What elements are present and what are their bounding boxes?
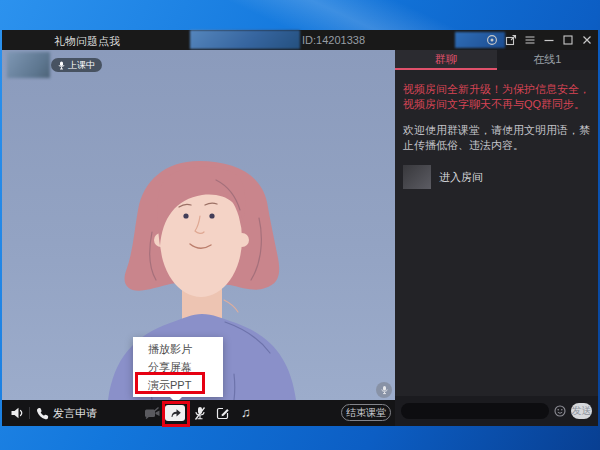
- avatar: [403, 165, 431, 189]
- maximize-icon[interactable]: [562, 34, 574, 46]
- desktop-background: [0, 0, 600, 30]
- menu-icon[interactable]: [524, 34, 536, 46]
- tab-online-list[interactable]: 在线1: [497, 50, 599, 70]
- camera-toggle-button[interactable]: [144, 400, 161, 426]
- mic-indicator-icon: [376, 382, 392, 398]
- chat-input[interactable]: [401, 403, 549, 419]
- speaker-icon: [10, 406, 25, 420]
- end-class-button[interactable]: 结束课堂: [341, 404, 391, 421]
- room-id: ID:14201338: [302, 34, 365, 46]
- speaker-button[interactable]: [10, 400, 25, 426]
- censored-group-name: [190, 30, 300, 49]
- chat-input-bar: 发送: [395, 396, 598, 426]
- menu-item-play-video[interactable]: 播放影片: [133, 340, 223, 358]
- bottom-toolbar: 发言申请 ♫: [2, 400, 395, 426]
- gift-promo-link[interactable]: 礼物问题点我: [54, 34, 120, 49]
- send-button[interactable]: 发送: [571, 403, 592, 419]
- enter-room-label: 进入房间: [439, 170, 483, 185]
- status-badge-label: 上课中: [68, 59, 95, 72]
- status-badge: 上课中: [51, 58, 102, 72]
- music-icon: ♫: [241, 400, 251, 426]
- app-window: 礼物问题点我 ID:14201338: [2, 30, 598, 426]
- sidebar-tabs: 群聊 在线1: [395, 50, 598, 70]
- chat-sidebar: 群聊 在线1 视频房间全新升级！为保护信息安全，视频房间文字聊天不再与QQ群同步…: [395, 50, 598, 426]
- phone-icon: [36, 407, 49, 420]
- title-bar: 礼物问题点我 ID:14201338: [2, 30, 598, 50]
- toolbar-divider: [29, 407, 30, 419]
- enter-room-row[interactable]: 进入房间: [403, 165, 590, 189]
- mic-off-icon: [193, 406, 207, 421]
- close-icon[interactable]: [581, 34, 593, 46]
- popout-icon[interactable]: [505, 34, 517, 46]
- music-button[interactable]: ♫: [241, 400, 251, 426]
- minimize-icon[interactable]: [543, 34, 555, 46]
- camera-off-icon: [144, 406, 161, 420]
- annotation-box-present-ppt-item: [135, 372, 205, 394]
- voice-request-button[interactable]: 发言申请: [36, 400, 97, 426]
- system-notice: 视频房间全新升级！为保护信息安全，视频房间文字聊天不再与QQ群同步。: [403, 82, 590, 112]
- record-icon[interactable]: [486, 34, 498, 46]
- whiteboard-icon: [216, 406, 230, 420]
- voice-request-label: 发言申请: [53, 406, 97, 421]
- badge-mic-icon: [58, 61, 65, 70]
- emoji-button[interactable]: [554, 405, 566, 417]
- chat-messages: 视频房间全新升级！为保护信息安全，视频房间文字聊天不再与QQ群同步。 欢迎使用群…: [395, 70, 598, 396]
- annotation-box-ppt-button: [162, 401, 190, 427]
- welcome-message: 欢迎使用群课堂，请使用文明用语，禁止传播低俗、违法内容。: [403, 123, 590, 153]
- video-stage: 上课中 播放影片 分享屏幕 演示PPT: [2, 50, 395, 400]
- tab-group-chat[interactable]: 群聊: [395, 50, 497, 70]
- censored-presenter-name: [7, 52, 50, 78]
- emoji-icon: [554, 405, 566, 417]
- whiteboard-button[interactable]: [216, 400, 230, 426]
- mic-toggle-button[interactable]: [193, 400, 207, 426]
